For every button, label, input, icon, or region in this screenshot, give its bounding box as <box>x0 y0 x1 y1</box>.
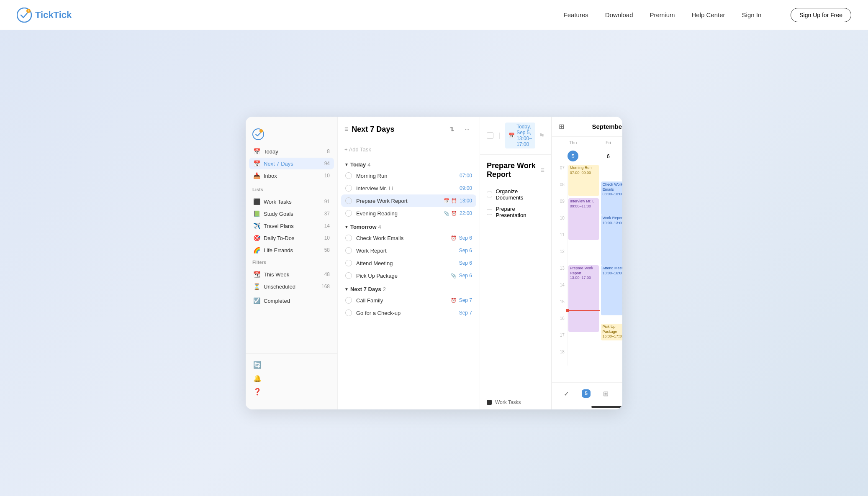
detail-date-badge[interactable]: 📅 Today, Sep 5, 13:00–17:00 <box>505 123 535 148</box>
detail-menu-icon[interactable]: ≡ <box>541 166 544 174</box>
nav-features[interactable]: Features <box>564 11 588 18</box>
sidebar-sync-btn[interactable]: 🔄 <box>249 358 334 371</box>
task-checkbox[interactable] <box>345 297 352 304</box>
nav-signin[interactable]: Sign In <box>742 11 762 18</box>
logo[interactable]: ! TickTick <box>17 8 72 23</box>
cal-header: ⊞ September ··· <box>552 117 622 137</box>
event-title: Interview Mr. Li <box>570 199 597 204</box>
nav-help[interactable]: Help Center <box>692 11 725 18</box>
nav-premium[interactable]: Premium <box>650 11 675 18</box>
cal-footer-check[interactable]: ✓ <box>560 387 573 400</box>
cal-event-work-report[interactable]: Work Report 10:00–13:00 <box>601 215 622 265</box>
task-icons: 📎 <box>451 273 457 279</box>
cal-date-num-6: 6 <box>603 151 614 161</box>
subtask-label: Organize Documents <box>496 188 544 201</box>
task-checkbox[interactable] <box>345 235 352 241</box>
task-evening-reading[interactable]: Evening Reading 📎 ⏰ 22:00 <box>341 207 476 220</box>
task-checkbox[interactable] <box>345 197 352 204</box>
daily-todos-label: Daily To-Dos <box>264 235 324 241</box>
sidebar-item-today[interactable]: 📅 Today 8 <box>249 146 334 157</box>
detail-panel: | 📅 Today, Sep 5, 13:00–17:00 ⚑ Prepare … <box>480 117 552 409</box>
life-errands-icon: 🌈 <box>253 247 260 253</box>
cal-footer-grid[interactable]: ⊞ <box>599 387 613 400</box>
task-prepare-report[interactable]: Prepare Work Report 📅 ⏰ 13:00 <box>341 194 476 207</box>
inbox-icon: 📥 <box>253 172 260 179</box>
cal-footer-date-badge[interactable]: 5 <box>582 389 591 398</box>
nav-links: Features Download Premium Help Center Si… <box>564 8 851 22</box>
this-week-count: 48 <box>324 271 330 277</box>
time-14: 14 <box>552 282 567 299</box>
task-name: Evening Reading <box>356 210 444 217</box>
task-work-report[interactable]: Work Report Sep 6 <box>341 244 476 257</box>
task-checkbox[interactable] <box>345 210 352 217</box>
next7-group-header[interactable]: ▼ Next 7 Days 2 <box>341 282 476 294</box>
list-color-dot <box>487 400 492 405</box>
sidebar-notification-btn[interactable]: 🔔 <box>249 372 334 385</box>
cal-event-attend-meeting[interactable]: Attend Meeting 13:00–16:00 <box>601 265 622 315</box>
today-group-header[interactable]: ▼ Today 4 <box>341 157 476 169</box>
completed-label: Completed <box>264 298 330 304</box>
flag-icon[interactable]: ⚑ <box>539 132 544 140</box>
task-icons: ⏰ <box>451 235 457 241</box>
paperclip-icon: 📎 <box>444 211 449 216</box>
cal-event-pick-package[interactable]: Pick Up Package 16:30–17:30 <box>601 324 622 340</box>
cal-footer-circle[interactable]: ◎ <box>621 387 622 400</box>
main-content: 📅 Today 8 📅 Next 7 Days 94 📥 Inbox 10 Li… <box>0 30 868 496</box>
this-week-icon: 📆 <box>253 271 260 278</box>
task-check-emails[interactable]: Check Work Emails ⏰ Sep 6 <box>341 232 476 244</box>
cal-date-5[interactable]: 5 <box>555 149 591 163</box>
sidebar-item-study-goals[interactable]: 📗 Study Goals 37 <box>249 208 334 220</box>
task-pick-package[interactable]: Pick Up Package 📎 Sep 6 <box>341 269 476 282</box>
sidebar-item-work-tasks[interactable]: ⬛ Work Tasks 91 <box>249 196 334 207</box>
task-date: Sep 6 <box>459 235 472 241</box>
event-title: Attend Meeting <box>603 266 622 271</box>
sidebar-item-inbox[interactable]: 📥 Inbox 10 <box>249 170 334 182</box>
subtask-checkbox[interactable] <box>487 209 492 215</box>
task-time: 07:00 <box>460 173 472 179</box>
task-checkbox[interactable] <box>345 309 352 316</box>
sidebar-item-daily-todos[interactable]: 🎯 Daily To-Dos 10 <box>249 232 334 244</box>
sidebar-inbox-count: 10 <box>324 173 330 179</box>
signup-button[interactable]: Sign Up for Free <box>791 8 851 22</box>
task-call-family[interactable]: Call Family ⏰ Sep 7 <box>341 294 476 307</box>
task-morning-run[interactable]: Morning Run 07:00 <box>341 169 476 182</box>
more-button[interactable]: ··· <box>461 123 473 135</box>
task-name: Check Work Emails <box>356 235 451 241</box>
cal-event-interview[interactable]: Interview Mr. Li 09:00–11:30 <box>568 198 599 240</box>
task-checkup[interactable]: Go for a Check-up Sep 7 <box>341 307 476 319</box>
tomorrow-group-header[interactable]: ▼ Tomorrow 4 <box>341 220 476 232</box>
sidebar-today-count: 8 <box>327 148 330 154</box>
task-attend-meeting[interactable]: Attend Meeting Sep 6 <box>341 257 476 269</box>
sidebar-help-btn[interactable]: ❓ <box>249 385 334 398</box>
add-task-bar[interactable]: + Add Task <box>338 142 480 157</box>
sidebar-item-next7[interactable]: 📅 Next 7 Days 94 <box>249 158 334 169</box>
cal-date-6[interactable]: 6 <box>591 149 622 163</box>
sidebar-item-life-errands[interactable]: 🌈 Life Errands 58 <box>249 244 334 256</box>
task-checkbox[interactable] <box>345 272 352 279</box>
filters-section-label: Filters <box>252 260 331 265</box>
work-tasks-label: Work Tasks <box>264 199 324 205</box>
detail-checkbox[interactable] <box>487 132 493 139</box>
nav-download[interactable]: Download <box>605 11 633 18</box>
cal-day-fri: Fri <box>591 139 622 146</box>
sidebar-item-completed[interactable]: ☑️ Completed <box>249 295 334 307</box>
sidebar-item-travel-plans[interactable]: ✈️ Travel Plans 14 <box>249 220 334 232</box>
task-checkbox[interactable] <box>345 247 352 254</box>
task-checkbox[interactable] <box>345 185 352 192</box>
cal-event-morning-run[interactable]: Morning Run 07:00–09:00 <box>568 165 599 196</box>
time-09: 09 <box>552 198 567 215</box>
cal-event-check-emails[interactable]: Check Work Emails 08:00–10:00 <box>601 182 622 215</box>
task-checkbox[interactable] <box>345 260 352 266</box>
task-checkbox[interactable] <box>345 172 352 179</box>
study-goals-icon: 📗 <box>253 210 260 217</box>
task-time: 09:00 <box>460 185 472 191</box>
sort-button[interactable]: ⇅ <box>446 123 458 135</box>
subtask-checkbox[interactable] <box>487 192 492 197</box>
subtask-organize[interactable]: Organize Documents <box>480 186 551 203</box>
sidebar-item-this-week[interactable]: 📆 This Week 48 <box>249 268 334 280</box>
subtask-presentation[interactable]: Prepare Presentation <box>480 203 551 221</box>
task-icons: 📎 ⏰ <box>444 211 457 216</box>
sidebar-item-unscheduled[interactable]: ⏳ Unscheduled 168 <box>249 281 334 292</box>
cal-event-prepare-report[interactable]: Prepare Work Report 13:00–17:00 <box>568 265 599 332</box>
task-interview[interactable]: Interview Mr. Li 09:00 <box>341 182 476 194</box>
